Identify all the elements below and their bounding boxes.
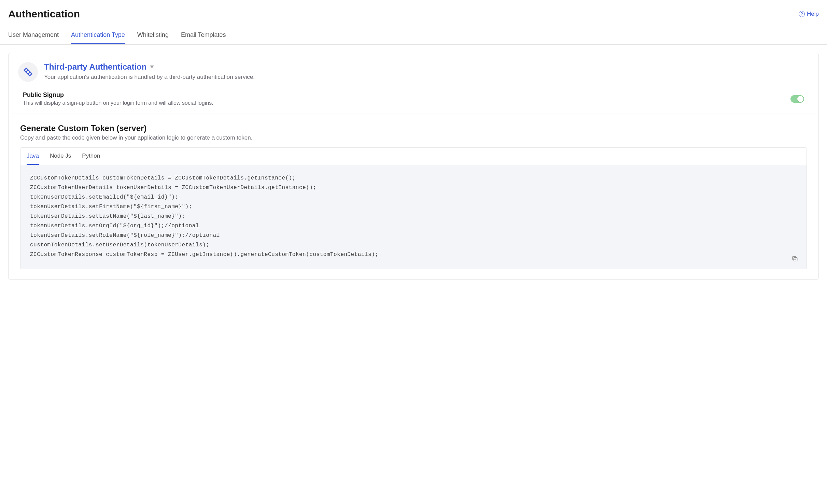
copy-icon bbox=[791, 255, 798, 262]
auth-type-title: Third-party Authentication bbox=[44, 62, 146, 72]
help-label: Help bbox=[807, 11, 819, 17]
generate-token-description: Copy and paste the code given below in y… bbox=[20, 134, 807, 141]
code-tab-nodejs[interactable]: Node Js bbox=[50, 148, 71, 165]
help-icon: ? bbox=[799, 11, 805, 17]
public-signup-description: This will display a sign-up button on yo… bbox=[23, 100, 213, 106]
tab-divider bbox=[0, 44, 827, 45]
main-tabs: User Management Authentication Type Whit… bbox=[8, 31, 819, 44]
generate-token-title: Generate Custom Token (server) bbox=[20, 124, 807, 133]
code-tabs: Java Node Js Python bbox=[20, 148, 807, 165]
tab-user-management[interactable]: User Management bbox=[8, 31, 59, 44]
tab-email-templates[interactable]: Email Templates bbox=[181, 31, 226, 44]
public-signup-toggle[interactable] bbox=[790, 95, 804, 103]
toggle-knob bbox=[797, 96, 803, 102]
auth-type-dropdown[interactable]: Third-party Authentication bbox=[44, 62, 809, 72]
copy-button[interactable] bbox=[791, 255, 799, 263]
auth-panel: Third-party Authentication Your applicat… bbox=[8, 53, 819, 280]
svg-rect-0 bbox=[794, 258, 797, 261]
code-tab-java[interactable]: Java bbox=[27, 148, 39, 165]
help-link[interactable]: ? Help bbox=[799, 11, 819, 17]
svg-rect-1 bbox=[793, 256, 796, 260]
auth-type-description: Your application's authentication is han… bbox=[44, 74, 809, 81]
code-snippet: ZCCustomTokenDetails customTokenDetails … bbox=[30, 173, 797, 259]
code-tab-python[interactable]: Python bbox=[82, 148, 100, 165]
code-panel: Java Node Js Python ZCCustomTokenDetails… bbox=[20, 147, 807, 269]
page-title: Authentication bbox=[8, 8, 80, 20]
chevron-down-icon bbox=[150, 66, 154, 68]
tab-authentication-type[interactable]: Authentication Type bbox=[71, 31, 125, 44]
third-party-auth-icon bbox=[18, 62, 38, 82]
public-signup-title: Public Signup bbox=[23, 91, 213, 99]
tab-whitelisting[interactable]: Whitelisting bbox=[137, 31, 169, 44]
